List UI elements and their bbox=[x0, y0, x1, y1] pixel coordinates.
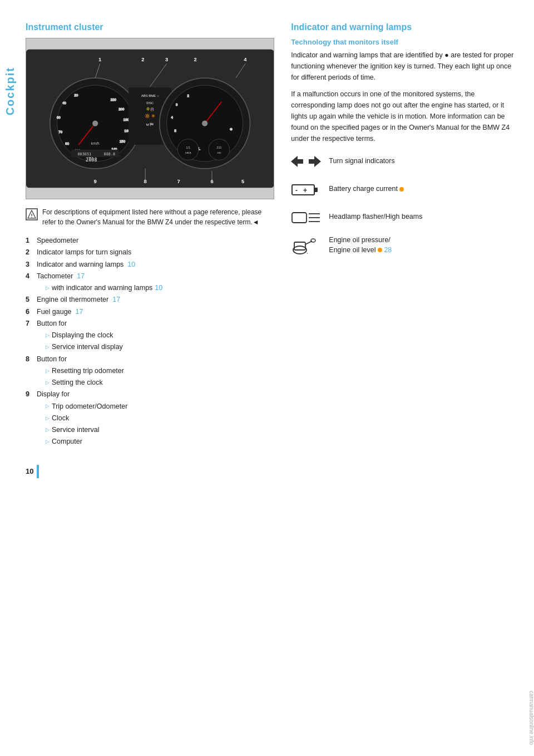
list-item-7: 7Button for bbox=[26, 318, 274, 330]
item-number: 2 bbox=[26, 247, 34, 258]
sub-bullet-item: with indicator and warning lamps 10 bbox=[46, 282, 162, 294]
svg-text:70: 70 bbox=[58, 130, 62, 134]
item-content: Indicator lamps for turn signals bbox=[37, 247, 131, 258]
side-tab: Cockpit bbox=[0, 0, 20, 756]
list-item-6: 6Fuel gauge 17 bbox=[26, 306, 274, 318]
page-number: 10 bbox=[26, 467, 33, 475]
svg-text:40: 40 bbox=[62, 101, 66, 105]
svg-text:-: - bbox=[295, 186, 298, 194]
item-content: Button for bbox=[37, 354, 67, 365]
item-number: 7 bbox=[26, 318, 34, 330]
technology-subtitle: Technology that monitors itself bbox=[291, 38, 517, 46]
svg-text:200: 200 bbox=[118, 107, 125, 111]
svg-text:003651: 003651 bbox=[77, 152, 91, 156]
svg-text:5: 5 bbox=[241, 178, 244, 184]
headlamp-label: Headlamp flasher/High beams bbox=[329, 212, 422, 222]
headlamp-icon bbox=[291, 208, 321, 226]
svg-text:220: 220 bbox=[111, 98, 117, 101]
item-number: 9 bbox=[26, 389, 34, 400]
svg-text:2: 2 bbox=[194, 56, 196, 62]
svg-text:+: + bbox=[303, 186, 307, 194]
warning-item-headlamp: Headlamp flasher/High beams bbox=[291, 208, 517, 227]
sub-bullets: with indicator and warning lamps 10 bbox=[46, 282, 162, 294]
svg-point-66 bbox=[31, 217, 32, 218]
svg-point-42 bbox=[202, 120, 207, 126]
sub-bullets: Trip odometer/OdometerClockService inter… bbox=[46, 401, 127, 448]
warning-item-turn-signal: Turn signal indicators bbox=[291, 152, 517, 171]
list-item-2: 2Indicator lamps for turn signals bbox=[26, 247, 274, 258]
svg-point-46 bbox=[209, 139, 230, 160]
item-content: Speedometer bbox=[37, 235, 78, 247]
svg-text:80: 80 bbox=[65, 142, 69, 145]
svg-text:DATA: DATA bbox=[185, 151, 191, 154]
item-number: 8 bbox=[26, 354, 34, 365]
watermark: carmanualsonline.info bbox=[528, 691, 534, 745]
svg-rect-70 bbox=[314, 188, 318, 192]
item-number: 4 bbox=[26, 271, 34, 282]
blue-bar-accent bbox=[37, 465, 39, 478]
sub-bullet-item: Trip odometer/Odometer bbox=[46, 401, 127, 413]
list-item-4: 4Tachometer 17 bbox=[26, 271, 274, 282]
list-item-5: 5Engine oil thermometer 17 bbox=[26, 294, 274, 306]
svg-text:km/h: km/h bbox=[91, 141, 100, 145]
svg-point-18 bbox=[92, 120, 98, 126]
sub-bullet-item: Service interval display bbox=[46, 341, 123, 353]
sub-bullet-item: Clock bbox=[46, 413, 127, 424]
sub-bullet-item: Computer bbox=[46, 436, 127, 448]
dot-indicator bbox=[399, 187, 404, 192]
svg-text:1/1: 1/1 bbox=[186, 146, 190, 149]
sub-bullet-item: Service interval bbox=[46, 424, 127, 436]
svg-text:DSC: DSC bbox=[146, 101, 154, 105]
sub-bullet-item: Setting the clock bbox=[46, 377, 124, 389]
oil-icon-box: , bbox=[291, 236, 321, 255]
two-column-layout: Instrument cluster 20 40 60 bbox=[26, 22, 517, 448]
sub-bullets: Resetting trip odometerSetting the clock bbox=[46, 365, 124, 389]
item-number: 6 bbox=[26, 306, 34, 318]
svg-text:4: 4 bbox=[244, 56, 247, 62]
item-content: Button for bbox=[37, 318, 67, 330]
indicator-lamps-title: Indicator and warning lamps bbox=[291, 22, 517, 32]
battery-label: Battery charge current bbox=[329, 184, 404, 194]
list-item-sub-4: with indicator and warning lamps 10 bbox=[26, 282, 274, 294]
list-item-8: 8Button for bbox=[26, 354, 274, 365]
list-item-sub-7: Displaying the clockService interval dis… bbox=[26, 330, 274, 354]
oil-page-ref: 28 bbox=[384, 246, 392, 254]
svg-text:888.8: 888.8 bbox=[104, 152, 116, 156]
svg-text:180: 180 bbox=[123, 118, 130, 121]
svg-text:9: 9 bbox=[94, 178, 97, 184]
page-ref: 17 bbox=[112, 296, 120, 303]
warning-item-oil: , Engine oil pressure/Engine oil level 2… bbox=[291, 235, 517, 255]
item-content: Fuel gauge 17 bbox=[37, 306, 83, 318]
list-item-3: 3Indicator and warning lamps 10 bbox=[26, 259, 274, 271]
svg-text:7: 7 bbox=[177, 178, 180, 184]
right-column: Indicator and warning lamps Technology t… bbox=[291, 22, 517, 448]
instrument-cluster-title: Instrument cluster bbox=[26, 22, 274, 32]
battery-icon: - + bbox=[291, 181, 321, 197]
svg-marker-67 bbox=[291, 156, 303, 167]
svg-text:210: 210 bbox=[217, 146, 222, 149]
warning-items-list: Turn signal indicators - + Batte bbox=[291, 152, 517, 255]
battery-icon-box: - + bbox=[291, 180, 321, 199]
item-number: 5 bbox=[26, 294, 34, 306]
svg-text:⊕: ⊕ bbox=[230, 127, 233, 131]
numbered-list: 1Speedometer2Indicator lamps for turn si… bbox=[26, 235, 274, 448]
svg-point-43 bbox=[177, 139, 199, 160]
headlamp-icon-box bbox=[291, 208, 321, 227]
instrument-cluster-image: 20 40 60 70 80 100 120 130 140 150 160 1… bbox=[26, 38, 274, 199]
svg-text:60: 60 bbox=[57, 116, 61, 119]
svg-text:300: 300 bbox=[217, 151, 221, 154]
triangle-icon bbox=[27, 209, 37, 219]
side-tab-label: Cockpit bbox=[4, 67, 17, 115]
note-text: For descriptions of equipment listed her… bbox=[42, 207, 274, 227]
main-content: Instrument cluster 20 40 60 bbox=[20, 0, 534, 756]
svg-rect-73 bbox=[292, 213, 306, 223]
note-box: For descriptions of equipment listed her… bbox=[26, 207, 274, 227]
note-icon bbox=[26, 208, 38, 220]
item-number: 1 bbox=[26, 235, 34, 247]
sub-bullets: Displaying the clockService interval dis… bbox=[46, 330, 123, 354]
left-column: Instrument cluster 20 40 60 bbox=[26, 22, 274, 448]
warning-item-battery: - + Battery charge current bbox=[291, 180, 517, 199]
svg-text:🔆 ❄: 🔆 ❄ bbox=[145, 113, 155, 119]
turn-signal-icon bbox=[291, 154, 321, 169]
sub-page-ref: 10 bbox=[155, 282, 162, 294]
